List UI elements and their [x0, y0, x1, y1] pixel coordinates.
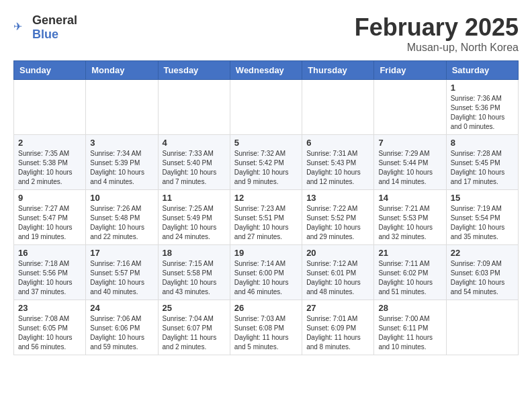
- month-title: February 2025: [355, 13, 519, 42]
- day-number: 20: [306, 248, 369, 258]
- day-number: 17: [90, 248, 153, 258]
- day-number: 23: [18, 303, 81, 313]
- cell-info: Sunrise: 7:25 AM Sunset: 5:49 PM Dayligh…: [163, 204, 226, 242]
- cell-info: Sunrise: 7:11 AM Sunset: 6:02 PM Dayligh…: [378, 259, 441, 297]
- day-number: 5: [234, 138, 298, 148]
- svg-text:✈: ✈: [13, 21, 22, 32]
- weekday-header-wednesday: Wednesday: [230, 61, 302, 80]
- calendar-cell: [158, 80, 230, 135]
- day-number: 11: [163, 193, 226, 203]
- calendar-cell: [446, 300, 518, 355]
- weekday-header-friday: Friday: [374, 61, 446, 80]
- calendar-cell: 3Sunrise: 7:34 AM Sunset: 5:39 PM Daylig…: [86, 135, 158, 190]
- calendar-cell: 15Sunrise: 7:19 AM Sunset: 5:54 PM Dayli…: [446, 190, 518, 245]
- calendar-cell: [302, 80, 374, 135]
- cell-info: Sunrise: 7:16 AM Sunset: 5:57 PM Dayligh…: [90, 259, 153, 297]
- calendar-cell: [86, 80, 158, 135]
- day-number: 10: [90, 193, 153, 203]
- calendar-cell: 22Sunrise: 7:09 AM Sunset: 6:03 PM Dayli…: [446, 245, 518, 300]
- calendar-cell: 9Sunrise: 7:27 AM Sunset: 5:47 PM Daylig…: [14, 190, 86, 245]
- calendar-cell: 12Sunrise: 7:23 AM Sunset: 5:51 PM Dayli…: [230, 190, 302, 245]
- day-number: 14: [378, 193, 441, 203]
- calendar-cell: 26Sunrise: 7:03 AM Sunset: 6:08 PM Dayli…: [230, 300, 302, 355]
- day-number: 22: [451, 248, 514, 258]
- logo-blue: Blue: [32, 28, 58, 41]
- cell-info: Sunrise: 7:28 AM Sunset: 5:45 PM Dayligh…: [451, 149, 514, 187]
- cell-info: Sunrise: 7:31 AM Sunset: 5:43 PM Dayligh…: [306, 149, 369, 187]
- day-number: 18: [163, 248, 226, 258]
- calendar-cell: 7Sunrise: 7:29 AM Sunset: 5:44 PM Daylig…: [374, 135, 446, 190]
- calendar-cell: 8Sunrise: 7:28 AM Sunset: 5:45 PM Daylig…: [446, 135, 518, 190]
- calendar-table: SundayMondayTuesdayWednesdayThursdayFrid…: [13, 60, 519, 355]
- calendar-cell: 11Sunrise: 7:25 AM Sunset: 5:49 PM Dayli…: [158, 190, 230, 245]
- week-row-4: 23Sunrise: 7:08 AM Sunset: 6:05 PM Dayli…: [14, 300, 519, 355]
- header: ✈ General Blue February 2025 Musan-up, N…: [13, 13, 519, 54]
- cell-info: Sunrise: 7:00 AM Sunset: 6:11 PM Dayligh…: [378, 314, 441, 352]
- day-number: 1: [451, 83, 514, 93]
- day-number: 19: [234, 248, 298, 258]
- day-number: 6: [306, 138, 369, 148]
- day-number: 7: [378, 138, 441, 148]
- cell-info: Sunrise: 7:32 AM Sunset: 5:42 PM Dayligh…: [234, 149, 298, 187]
- logo-text: General Blue: [32, 13, 77, 42]
- cell-info: Sunrise: 7:15 AM Sunset: 5:58 PM Dayligh…: [163, 259, 226, 297]
- day-number: 16: [18, 248, 81, 258]
- calendar-cell: 16Sunrise: 7:18 AM Sunset: 5:56 PM Dayli…: [14, 245, 86, 300]
- calendar-cell: 6Sunrise: 7:31 AM Sunset: 5:43 PM Daylig…: [302, 135, 374, 190]
- cell-info: Sunrise: 7:01 AM Sunset: 6:09 PM Dayligh…: [306, 314, 369, 352]
- calendar-cell: 27Sunrise: 7:01 AM Sunset: 6:09 PM Dayli…: [302, 300, 374, 355]
- calendar-cell: 25Sunrise: 7:04 AM Sunset: 6:07 PM Dayli…: [158, 300, 230, 355]
- day-number: 27: [306, 303, 369, 313]
- calendar-cell: 28Sunrise: 7:00 AM Sunset: 6:11 PM Dayli…: [374, 300, 446, 355]
- calendar-cell: [374, 80, 446, 135]
- calendar-cell: [14, 80, 86, 135]
- calendar-cell: 18Sunrise: 7:15 AM Sunset: 5:58 PM Dayli…: [158, 245, 230, 300]
- cell-info: Sunrise: 7:18 AM Sunset: 5:56 PM Dayligh…: [18, 259, 81, 297]
- calendar-cell: 2Sunrise: 7:35 AM Sunset: 5:38 PM Daylig…: [14, 135, 86, 190]
- calendar-cell: 17Sunrise: 7:16 AM Sunset: 5:57 PM Dayli…: [86, 245, 158, 300]
- day-number: 25: [163, 303, 226, 313]
- logo: ✈ General Blue: [13, 13, 77, 42]
- day-number: 9: [18, 193, 81, 203]
- week-row-2: 9Sunrise: 7:27 AM Sunset: 5:47 PM Daylig…: [14, 190, 519, 245]
- cell-info: Sunrise: 7:29 AM Sunset: 5:44 PM Dayligh…: [378, 149, 441, 187]
- calendar-cell: 10Sunrise: 7:26 AM Sunset: 5:48 PM Dayli…: [86, 190, 158, 245]
- calendar-cell: 23Sunrise: 7:08 AM Sunset: 6:05 PM Dayli…: [14, 300, 86, 355]
- logo-general: General: [32, 13, 77, 27]
- cell-info: Sunrise: 7:36 AM Sunset: 5:36 PM Dayligh…: [451, 94, 514, 132]
- day-number: 21: [378, 248, 441, 258]
- day-number: 13: [306, 193, 369, 203]
- calendar-cell: 20Sunrise: 7:12 AM Sunset: 6:01 PM Dayli…: [302, 245, 374, 300]
- cell-info: Sunrise: 7:34 AM Sunset: 5:39 PM Dayligh…: [90, 149, 153, 187]
- calendar-cell: 19Sunrise: 7:14 AM Sunset: 6:00 PM Dayli…: [230, 245, 302, 300]
- day-number: 4: [163, 138, 226, 148]
- week-row-1: 2Sunrise: 7:35 AM Sunset: 5:38 PM Daylig…: [14, 135, 519, 190]
- cell-info: Sunrise: 7:06 AM Sunset: 6:06 PM Dayligh…: [90, 314, 153, 352]
- day-number: 2: [18, 138, 81, 148]
- cell-info: Sunrise: 7:04 AM Sunset: 6:07 PM Dayligh…: [163, 314, 226, 352]
- weekday-header-monday: Monday: [86, 61, 158, 80]
- cell-info: Sunrise: 7:08 AM Sunset: 6:05 PM Dayligh…: [18, 314, 81, 352]
- calendar-cell: 1Sunrise: 7:36 AM Sunset: 5:36 PM Daylig…: [446, 80, 518, 135]
- cell-info: Sunrise: 7:33 AM Sunset: 5:40 PM Dayligh…: [163, 149, 226, 187]
- week-row-0: 1Sunrise: 7:36 AM Sunset: 5:36 PM Daylig…: [14, 80, 519, 135]
- week-row-3: 16Sunrise: 7:18 AM Sunset: 5:56 PM Dayli…: [14, 245, 519, 300]
- day-number: 24: [90, 303, 153, 313]
- location-title: Musan-up, North Korea: [355, 42, 519, 54]
- cell-info: Sunrise: 7:22 AM Sunset: 5:52 PM Dayligh…: [306, 204, 369, 242]
- cell-info: Sunrise: 7:26 AM Sunset: 5:48 PM Dayligh…: [90, 204, 153, 242]
- calendar-cell: 14Sunrise: 7:21 AM Sunset: 5:53 PM Dayli…: [374, 190, 446, 245]
- weekday-header-saturday: Saturday: [446, 61, 518, 80]
- weekday-header-row: SundayMondayTuesdayWednesdayThursdayFrid…: [14, 61, 519, 80]
- logo-icon: ✈: [13, 19, 30, 36]
- cell-info: Sunrise: 7:09 AM Sunset: 6:03 PM Dayligh…: [451, 259, 514, 297]
- cell-info: Sunrise: 7:23 AM Sunset: 5:51 PM Dayligh…: [234, 204, 298, 242]
- weekday-header-thursday: Thursday: [302, 61, 374, 80]
- day-number: 28: [378, 303, 441, 313]
- cell-info: Sunrise: 7:35 AM Sunset: 5:38 PM Dayligh…: [18, 149, 81, 187]
- title-section: February 2025 Musan-up, North Korea: [355, 13, 519, 54]
- day-number: 26: [234, 303, 298, 313]
- calendar-cell: [230, 80, 302, 135]
- cell-info: Sunrise: 7:21 AM Sunset: 5:53 PM Dayligh…: [378, 204, 441, 242]
- weekday-header-sunday: Sunday: [14, 61, 86, 80]
